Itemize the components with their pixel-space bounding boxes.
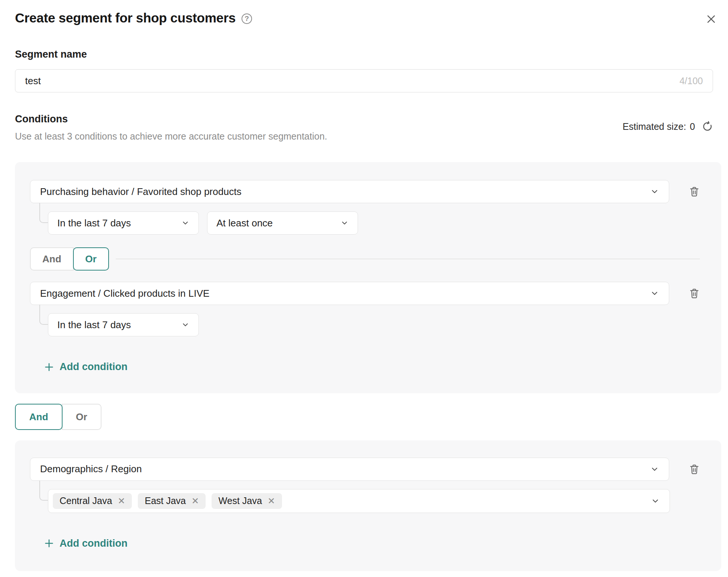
chevron-down-icon bbox=[181, 321, 189, 329]
estimated-size: Estimated size: 0 bbox=[623, 121, 713, 132]
close-icon bbox=[706, 14, 716, 24]
region-tag-label: West Java bbox=[218, 495, 262, 506]
condition-row: Demographics / Region bbox=[30, 458, 700, 481]
trash-icon bbox=[689, 463, 700, 475]
add-condition-button[interactable]: Add condition bbox=[44, 538, 127, 549]
frequency-select[interactable]: At least once bbox=[207, 211, 358, 235]
delete-condition-button[interactable] bbox=[689, 186, 700, 198]
region-multiselect[interactable]: Central Java ✕ East Java ✕ West Java ✕ bbox=[48, 489, 670, 513]
conditions-header: Conditions Use at least 3 conditions to … bbox=[15, 113, 713, 142]
or-button[interactable]: Or bbox=[73, 247, 109, 271]
char-counter: 4/100 bbox=[679, 76, 703, 86]
condition-group-2: Demographics / Region Central Java ✕ bbox=[15, 440, 721, 571]
divider bbox=[116, 259, 700, 259]
remove-tag-icon[interactable]: ✕ bbox=[118, 497, 125, 506]
condition-filters-row: In the last 7 days bbox=[30, 313, 700, 336]
field-select-value: Demographics / Region bbox=[40, 463, 142, 475]
estimated-size-label: Estimated size: bbox=[623, 121, 686, 132]
help-icon[interactable]: ? bbox=[242, 13, 252, 24]
trash-icon bbox=[689, 287, 700, 299]
estimated-size-value: 0 bbox=[690, 121, 695, 132]
connector-elbow bbox=[39, 305, 48, 325]
condition-filters-row: Central Java ✕ East Java ✕ West Java ✕ bbox=[30, 489, 700, 513]
region-tag-label: East Java bbox=[145, 495, 186, 506]
add-condition-label: Add condition bbox=[60, 538, 127, 549]
connector-elbow bbox=[39, 480, 48, 501]
chevron-down-icon bbox=[650, 289, 659, 298]
chevron-down-icon bbox=[340, 219, 349, 227]
and-button[interactable]: And bbox=[15, 404, 63, 430]
time-range-select[interactable]: In the last 7 days bbox=[48, 313, 199, 336]
plus-icon bbox=[44, 362, 54, 372]
region-tag: East Java ✕ bbox=[138, 493, 206, 509]
field-select-value: Engagement / Clicked products in LIVE bbox=[40, 288, 209, 299]
refresh-icon bbox=[702, 121, 713, 132]
condition-row: Engagement / Clicked products in LIVE bbox=[30, 282, 700, 305]
chevron-down-icon bbox=[650, 187, 659, 196]
remove-tag-icon[interactable]: ✕ bbox=[268, 497, 275, 506]
time-range-value: In the last 7 days bbox=[57, 319, 131, 331]
time-range-select[interactable]: In the last 7 days bbox=[48, 211, 199, 235]
field-select-engagement[interactable]: Engagement / Clicked products in LIVE bbox=[30, 282, 669, 305]
refresh-button[interactable] bbox=[702, 121, 713, 132]
field-select-demographics[interactable]: Demographics / Region bbox=[30, 458, 669, 481]
chevron-down-icon bbox=[650, 465, 659, 474]
and-or-toggle: And Or bbox=[30, 247, 109, 271]
chevron-down-icon bbox=[181, 219, 189, 227]
delete-condition-button[interactable] bbox=[689, 463, 700, 475]
add-condition-label: Add condition bbox=[60, 361, 127, 373]
close-button[interactable] bbox=[706, 14, 716, 24]
region-tag: West Java ✕ bbox=[212, 493, 282, 509]
region-tag-label: Central Java bbox=[60, 495, 112, 506]
condition-filters-row: In the last 7 days At least once bbox=[30, 211, 700, 235]
frequency-value: At least once bbox=[216, 217, 273, 229]
field-select-purchasing-behavior[interactable]: Purchasing behavior / Favorited shop pro… bbox=[30, 180, 669, 203]
segment-name-input[interactable] bbox=[25, 75, 672, 87]
row-operator: And Or bbox=[30, 247, 700, 271]
remove-tag-icon[interactable]: ✕ bbox=[191, 497, 199, 506]
delete-condition-button[interactable] bbox=[689, 287, 700, 299]
add-condition-button[interactable]: Add condition bbox=[44, 361, 127, 373]
connector-elbow bbox=[39, 203, 48, 223]
trash-icon bbox=[689, 186, 700, 198]
page-title: Create segment for shop customers bbox=[15, 10, 236, 25]
group-operator-toggle: And Or bbox=[15, 404, 101, 430]
conditions-heading: Conditions bbox=[15, 113, 713, 125]
region-tag: Central Java ✕ bbox=[53, 493, 132, 509]
condition-group-1: Purchasing behavior / Favorited shop pro… bbox=[15, 162, 721, 393]
segment-name-field: 4/100 bbox=[15, 69, 713, 92]
segment-name-label: Segment name bbox=[15, 49, 713, 60]
condition-row: Purchasing behavior / Favorited shop pro… bbox=[30, 180, 700, 203]
chevron-down-icon bbox=[651, 497, 660, 506]
plus-icon bbox=[44, 538, 54, 549]
create-segment-modal: Create segment for shop customers ? Segm… bbox=[0, 0, 728, 571]
and-button[interactable]: And bbox=[30, 247, 74, 271]
conditions-subtitle: Use at least 3 conditions to achieve mor… bbox=[15, 131, 713, 142]
time-range-value: In the last 7 days bbox=[57, 217, 131, 229]
or-button[interactable]: Or bbox=[62, 404, 101, 430]
field-select-value: Purchasing behavior / Favorited shop pro… bbox=[40, 186, 242, 198]
modal-header: Create segment for shop customers ? bbox=[15, 10, 713, 25]
